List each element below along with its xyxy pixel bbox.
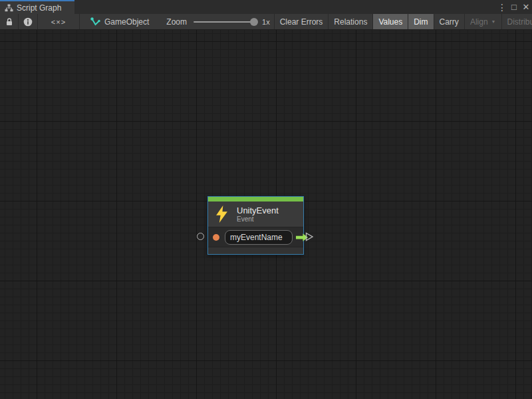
value-input-port[interactable] — [213, 234, 219, 241]
titlebar-spacer — [74, 0, 496, 14]
clear-errors-button[interactable]: Clear Errors — [275, 14, 329, 29]
window-maximize-button[interactable]: □ — [508, 0, 520, 14]
node-footer — [208, 247, 303, 254]
title-bar: Script Graph ⋮ □ ✕ — [0, 0, 532, 14]
tab-title: Script Graph — [17, 3, 61, 13]
external-flow-output-port[interactable] — [305, 232, 314, 241]
code-icon: <×> — [51, 18, 66, 26]
node-title: UnityEvent — [237, 205, 279, 215]
distribute-label: Distribute — [507, 17, 532, 27]
align-dropdown-button[interactable]: Align ▼ — [465, 14, 501, 29]
graph-target-label: GameObject — [104, 17, 149, 27]
event-name-input[interactable] — [225, 230, 293, 245]
info-icon — [23, 17, 33, 27]
window-close-button[interactable]: ✕ — [520, 0, 532, 14]
lock-button[interactable] — [0, 14, 18, 29]
external-input-port[interactable] — [197, 233, 204, 240]
node-header[interactable]: UnityEvent Event — [208, 201, 303, 227]
graph-hierarchy-icon — [5, 4, 13, 12]
lock-icon — [5, 17, 14, 26]
values-toggle-button[interactable]: Values — [373, 14, 408, 29]
distribute-dropdown-button[interactable]: Distribute ▼ — [502, 14, 532, 29]
graph-toolbar: <×> GameObject Zoom 1x Clear Errors — [0, 14, 532, 30]
window-menu-button[interactable]: ⋮ — [496, 0, 508, 14]
node-accent-bar — [208, 197, 303, 201]
carry-button[interactable]: Carry — [434, 14, 464, 29]
node-subtitle: Event — [237, 215, 279, 223]
tab-script-graph[interactable]: Script Graph — [0, 0, 74, 14]
dim-toggle-button[interactable]: Dim — [408, 14, 433, 29]
zoom-value: 1x — [262, 18, 270, 26]
info-button[interactable] — [19, 14, 37, 29]
graph-target-button[interactable]: GameObject — [80, 14, 149, 29]
graph-canvas[interactable]: UnityEvent Event — [0, 30, 532, 399]
chevron-down-icon: ▼ — [491, 19, 496, 24]
zoom-control: Zoom 1x — [166, 14, 273, 29]
relations-button[interactable]: Relations — [329, 14, 372, 29]
node-port-row — [208, 227, 303, 247]
script-graph-window: Script Graph ⋮ □ ✕ — [0, 0, 532, 399]
zoom-label: Zoom — [166, 17, 187, 27]
code-preview-button[interactable]: <×> — [38, 14, 79, 29]
unity-event-node[interactable]: UnityEvent Event — [207, 196, 304, 255]
script-graph-icon — [90, 17, 100, 27]
zoom-slider-handle[interactable] — [250, 18, 258, 26]
zoom-slider[interactable] — [194, 14, 257, 30]
node-title-block: UnityEvent Event — [237, 205, 279, 223]
align-label: Align — [470, 17, 488, 27]
lightning-bolt-icon — [214, 205, 229, 223]
zoom-slider-track — [194, 21, 257, 23]
